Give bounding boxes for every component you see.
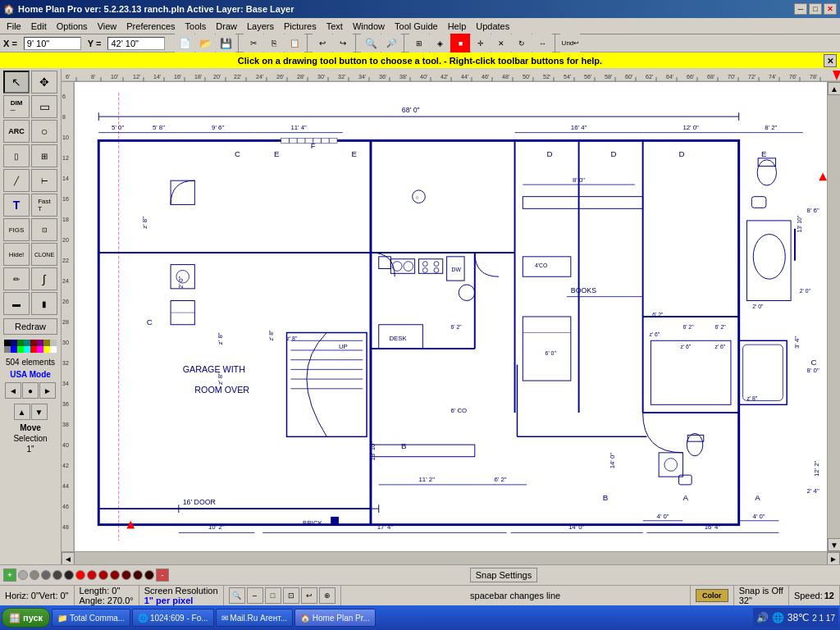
toolbar-rotate[interactable]: ↻: [512, 34, 532, 53]
menu-help[interactable]: Help: [443, 20, 472, 33]
color-olive[interactable]: [43, 340, 50, 346]
snap-dot-10[interactable]: [121, 570, 131, 580]
hint-close[interactable]: ✕: [824, 54, 837, 67]
menu-preferences[interactable]: Preferences: [121, 20, 180, 33]
toolbar-zoom-in[interactable]: 🔍: [361, 34, 381, 53]
tool-rect[interactable]: ▭: [31, 95, 57, 118]
tool-select[interactable]: ↖: [3, 71, 30, 94]
toolbar-zoom-out[interactable]: 🔎: [381, 34, 401, 53]
fit-btn[interactable]: □: [265, 587, 281, 604]
tool-text[interactable]: T: [3, 194, 30, 217]
menu-options[interactable]: Options: [52, 20, 93, 33]
tool-line[interactable]: ╱: [3, 169, 30, 192]
color-cyan[interactable]: [24, 346, 30, 353]
color-red[interactable]: [30, 346, 37, 353]
move-center[interactable]: ●: [22, 382, 39, 399]
snap-dot-5[interactable]: [64, 570, 74, 580]
menu-updates[interactable]: Updates: [471, 20, 514, 33]
snap-remove[interactable]: -: [156, 568, 169, 582]
zoom-in-btn[interactable]: 🔍: [229, 587, 245, 604]
scroll-down-button[interactable]: ▼: [828, 538, 840, 551]
color-lime[interactable]: [17, 346, 24, 353]
toolbar-grid[interactable]: ⊞: [409, 34, 429, 53]
tool-curve[interactable]: ∫: [31, 267, 57, 290]
horizontal-scroll-track[interactable]: [75, 552, 827, 564]
snap-dot-12[interactable]: [144, 570, 154, 580]
color-yellow[interactable]: [43, 346, 50, 353]
taskbar-item-1[interactable]: 🌐 1024:609 - Fo...: [132, 609, 213, 627]
color-magenta[interactable]: [37, 346, 43, 353]
menu-draw[interactable]: Draw: [211, 20, 242, 33]
color-box[interactable]: Color: [696, 589, 728, 602]
scroll-right-button[interactable]: ►: [827, 552, 840, 564]
menu-tools[interactable]: Tools: [180, 20, 212, 33]
move-right[interactable]: ►: [39, 382, 56, 399]
tool-hrect[interactable]: ▬: [3, 292, 30, 315]
redraw-button[interactable]: Redraw: [3, 318, 57, 335]
toolbar-move[interactable]: ✛: [471, 34, 491, 53]
toolbar-paste[interactable]: 📋: [285, 34, 304, 53]
snap-dot-11[interactable]: [133, 570, 143, 580]
menu-window[interactable]: Window: [348, 20, 390, 33]
menu-edit[interactable]: Edit: [26, 20, 52, 33]
toolbar-redo[interactable]: ↪: [333, 34, 353, 53]
color-purple[interactable]: [37, 340, 43, 346]
color-black[interactable]: [4, 340, 11, 346]
tool-door[interactable]: ▯: [3, 144, 30, 167]
tool-unknown1[interactable]: ⊡: [31, 218, 57, 241]
snap-add[interactable]: +: [3, 568, 16, 582]
snap-dot-1[interactable]: [18, 570, 28, 580]
zoom-prev-btn[interactable]: ↩: [301, 587, 317, 604]
menu-view[interactable]: View: [93, 20, 122, 33]
snap-settings-button[interactable]: Snap Settings: [470, 568, 538, 582]
snap-dot-2[interactable]: [30, 570, 39, 580]
scroll-up-button[interactable]: ▲: [828, 82, 840, 95]
toolbar-snap[interactable]: ◈: [430, 34, 450, 53]
toolbar-new[interactable]: 📄: [175, 34, 194, 53]
tool-vrect[interactable]: ▮: [31, 292, 57, 315]
toolbar-flip[interactable]: ↔: [532, 34, 552, 53]
move-left[interactable]: ◄: [5, 382, 21, 399]
maximize-button[interactable]: □: [809, 3, 822, 15]
color-maroon[interactable]: [30, 340, 37, 346]
tool-hide[interactable]: Hide!: [3, 243, 30, 266]
start-button[interactable]: 🪟 пуск: [2, 608, 50, 628]
tool-dim[interactable]: DIM─: [3, 95, 30, 118]
close-button[interactable]: ✕: [824, 3, 837, 15]
toolbar-open[interactable]: 📂: [195, 34, 215, 53]
drawing-canvas[interactable]: 68' 0": [75, 82, 827, 551]
snap-dot-9[interactable]: [110, 570, 120, 580]
color-gray[interactable]: [4, 346, 11, 353]
tool-textfast[interactable]: FastT: [31, 194, 57, 217]
move-down[interactable]: ▼: [31, 404, 48, 420]
y-coord-field[interactable]: 42' 10": [107, 37, 165, 50]
taskbar-item-0[interactable]: 📁 Total Comma...: [52, 609, 130, 627]
color-silver[interactable]: [50, 340, 57, 346]
tool-circle[interactable]: ○: [31, 120, 57, 143]
toolbar-undo2[interactable]: Und↩: [560, 34, 580, 53]
menu-file[interactable]: File: [2, 20, 26, 33]
minimize-button[interactable]: ─: [794, 3, 807, 15]
tool-measure[interactable]: ⊢: [31, 169, 57, 192]
tool-pan[interactable]: ✥: [31, 71, 57, 94]
move-up[interactable]: ▲: [14, 404, 30, 420]
scroll-left-button[interactable]: ◄: [62, 552, 75, 564]
tool-eraser[interactable]: ✏: [3, 267, 30, 290]
zoom-area-btn[interactable]: ⊡: [283, 587, 299, 604]
menu-layers[interactable]: Layers: [242, 20, 279, 33]
toolbar-cut[interactable]: ✂: [244, 34, 263, 53]
taskbar-item-2[interactable]: ✉ Mail.Ru Агент...: [216, 609, 293, 627]
toolbar-undo[interactable]: ↩: [313, 34, 332, 53]
toolbar-save[interactable]: 💾: [216, 34, 235, 53]
menu-toolguide[interactable]: Tool Guide: [390, 20, 443, 33]
toolbar-select[interactable]: ■: [450, 34, 470, 53]
color-white[interactable]: [50, 346, 57, 353]
x-coord-field[interactable]: 9' 10": [24, 37, 81, 50]
color-navy[interactable]: [11, 340, 17, 346]
tool-figs[interactable]: FIGS: [3, 218, 30, 241]
color-teal[interactable]: [24, 340, 30, 346]
color-blue[interactable]: [11, 346, 17, 353]
snap-dot-6[interactable]: [75, 570, 85, 580]
toolbar-delete[interactable]: ✕: [491, 34, 511, 53]
snap-dot-7[interactable]: [87, 570, 97, 580]
